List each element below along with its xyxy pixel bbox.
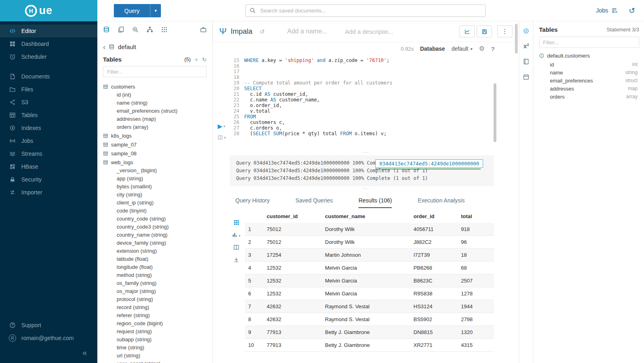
logs-resize-handle[interactable]: ···: [213, 186, 519, 192]
breadcrumb-database-name[interactable]: default: [118, 43, 136, 50]
save-button[interactable]: [477, 25, 492, 37]
sidebar-item-streams[interactable]: Streams: [0, 147, 97, 160]
editor-display-caret[interactable]: ▾: [224, 136, 226, 140]
column-item[interactable]: subapp (string): [103, 336, 212, 344]
sidebar-item-user[interactable]: R romain@gethue.com: [0, 332, 97, 344]
right-assist-column-email_preferences[interactable]: email_preferencesstruct: [539, 76, 639, 85]
column-item[interactable]: region_code (bigint): [103, 320, 212, 328]
query-history-icon[interactable]: ↺: [259, 29, 265, 35]
column-item[interactable]: city (string): [103, 191, 212, 199]
table-row[interactable]: 742632Raymond S. VestalHS31241944: [245, 300, 494, 313]
chart-button[interactable]: [459, 25, 475, 37]
column-item[interactable]: _version_ (bigint): [103, 167, 212, 175]
table-row[interactable]: 842632Raymond S. VestalBS59022798: [245, 313, 494, 326]
hierarchy-tab-icon[interactable]: [146, 26, 153, 33]
columns-view-icon[interactable]: [233, 244, 239, 250]
jobs-link[interactable]: Jobs: [596, 7, 617, 14]
add-table-icon[interactable]: +: [195, 57, 198, 62]
column-item[interactable]: url (string): [103, 352, 212, 360]
table-row[interactable]: 275012Dorothy WilkJ882C296: [245, 236, 494, 249]
grid-view-icon[interactable]: [233, 219, 239, 225]
functions-icon[interactable]: x²: [523, 43, 529, 50]
sidebar-item-editor[interactable]: Editor: [0, 25, 97, 37]
schedule-icon[interactable]: [523, 74, 529, 80]
column-item[interactable]: referer (string): [103, 311, 212, 320]
sidebar-item-indexes[interactable]: Indexes: [0, 122, 97, 134]
query-name-field[interactable]: Add a name...: [287, 28, 327, 35]
settings-gear-icon[interactable]: ⚙: [479, 45, 484, 52]
column-item[interactable]: method (string): [103, 271, 212, 279]
column-item[interactable]: longitude (float): [103, 263, 212, 271]
tab-query-history[interactable]: Query History: [235, 197, 270, 208]
sidebar-item-dashboard[interactable]: Dashboard: [0, 37, 97, 50]
execute-options-caret[interactable]: ▾: [224, 124, 226, 128]
editor-scrollbar[interactable]: [494, 83, 496, 142]
databases-tab-icon[interactable]: [103, 26, 110, 33]
column-item[interactable]: country_name (string): [103, 231, 212, 239]
sidebar-item-security[interactable]: Security: [0, 173, 97, 186]
chart-view-icon[interactable]: [232, 232, 238, 238]
hue-logo[interactable]: H ue: [0, 0, 97, 21]
right-assist-column-id[interactable]: idint: [539, 60, 639, 68]
column-item[interactable]: os_family (string): [103, 279, 212, 287]
table-item-k8s_logs[interactable]: k8s_logs: [103, 131, 212, 140]
query-button-caret[interactable]: ▾: [150, 4, 161, 17]
column-item[interactable]: email_preferences (struct): [103, 107, 212, 115]
column-item[interactable]: client_ip (string): [103, 199, 212, 207]
table-item-web_logs[interactable]: web_logs: [103, 158, 212, 167]
table-row[interactable]: 317254Martin JohnsonI72T3918: [245, 249, 494, 262]
language-reference-icon[interactable]: [523, 58, 529, 65]
right-assist-column-addresses[interactable]: addressesmap: [539, 85, 639, 93]
tab-saved-queries[interactable]: Saved Queries: [296, 197, 333, 208]
active-table-row[interactable]: default.customers: [539, 53, 639, 59]
more-actions-button[interactable]: ⋮: [497, 25, 512, 37]
right-assist-column-name[interactable]: namestring: [539, 68, 639, 76]
table-row[interactable]: 175012Dorothy Wilk4056711918: [245, 223, 494, 236]
quick-actions-icon[interactable]: [523, 28, 529, 34]
sidebar-item-s3[interactable]: S3: [0, 96, 97, 109]
history-icon[interactable]: ↺: [629, 7, 635, 14]
column-item[interactable]: device_family (string): [103, 239, 212, 247]
table-row[interactable]: 612532Melvin GarciaR9S8381278: [245, 287, 494, 300]
column-item[interactable]: addresses (map): [103, 115, 212, 123]
sidebar-item-tables[interactable]: Tables: [0, 109, 97, 122]
column-item[interactable]: time (string): [103, 344, 212, 352]
tables-filter-input[interactable]: [103, 66, 207, 77]
engine-name[interactable]: Impala: [230, 27, 252, 36]
sidebar-item-hbase[interactable]: HBase: [0, 160, 97, 173]
right-assist-column-orders[interactable]: ordersarray: [539, 93, 639, 101]
column-item[interactable]: record (string): [103, 303, 212, 311]
tab-execution-analysis[interactable]: Execution Analysis: [418, 197, 465, 208]
column-item[interactable]: code (tinyint): [103, 207, 212, 215]
column-item[interactable]: extension (string): [103, 247, 212, 255]
editor-display-icon[interactable]: [218, 135, 223, 140]
sidebar-item-jobs[interactable]: Jobs: [0, 134, 97, 147]
column-item[interactable]: country_code (string): [103, 215, 212, 223]
database-select[interactable]: default ▾: [451, 45, 472, 52]
right-assist-filter-input[interactable]: [539, 37, 639, 48]
column-item[interactable]: os_major (string): [103, 287, 212, 295]
collapse-sidebar-icon[interactable]: «: [82, 349, 87, 357]
sidebar-item-documents[interactable]: Documents: [0, 70, 97, 83]
column-item[interactable]: orders (array): [103, 123, 212, 131]
column-item[interactable]: app (string): [103, 175, 212, 183]
column-item[interactable]: latitude (float): [103, 255, 212, 263]
sidebar-item-files[interactable]: Files: [0, 83, 97, 96]
table-row[interactable]: 512532Melvin GarciaB8623C2507: [245, 274, 494, 287]
zoom-tab-icon[interactable]: [132, 26, 139, 33]
table-row[interactable]: 412532Melvin GarciaPB626868: [245, 262, 494, 274]
column-item[interactable]: protocol (string): [103, 295, 212, 303]
help-icon[interactable]: ?: [491, 45, 495, 52]
table-item-sample_08[interactable]: sample_08: [103, 149, 212, 158]
sidebar-item-support[interactable]: Support: [0, 319, 97, 332]
refresh-tables-icon[interactable]: ↻: [202, 57, 207, 62]
tab-results-106-[interactable]: Results (106): [358, 197, 392, 208]
column-item[interactable]: user_agent (string): [103, 360, 212, 363]
table-item-customers[interactable]: customers: [103, 82, 212, 91]
sql-editor[interactable]: 1516171819202122232425262728 WHERE a.key…: [230, 58, 494, 150]
sidebar-item-importer[interactable]: Importer: [0, 186, 97, 199]
documents-tab-icon[interactable]: [117, 26, 124, 33]
apps-tab-icon[interactable]: [161, 26, 168, 33]
table-row[interactable]: 977913Betty J. GiambroneDN88151320: [245, 326, 494, 339]
download-icon[interactable]: [233, 257, 239, 263]
